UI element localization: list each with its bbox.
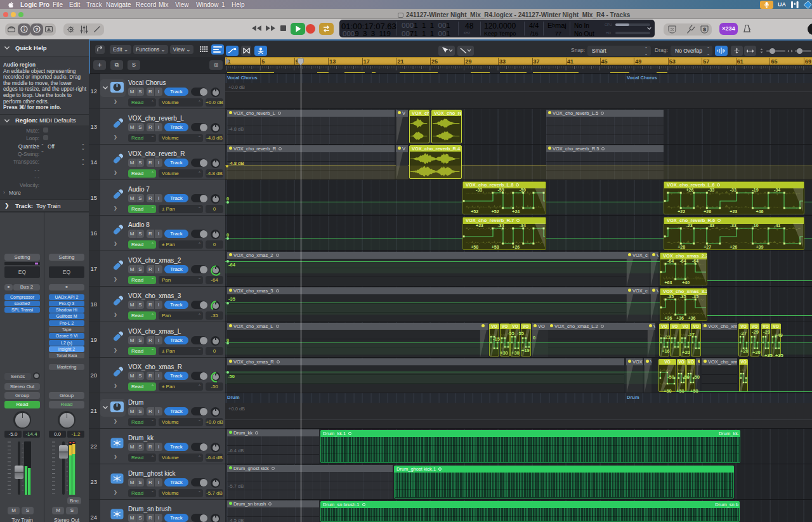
svg-text:+26: +26 bbox=[512, 245, 520, 249]
svg-text:-10: -10 bbox=[752, 223, 758, 228]
svg-text:-59: -59 bbox=[497, 188, 504, 192]
svg-text:-23: -23 bbox=[686, 223, 693, 228]
svg-text:-64: -64 bbox=[667, 259, 674, 263]
svg-text:-59: -59 bbox=[520, 188, 526, 192]
svg-text:-33: -33 bbox=[708, 223, 714, 228]
svg-text:-41: -41 bbox=[774, 223, 780, 228]
svg-text:+22: +22 bbox=[678, 209, 685, 214]
svg-text:+26: +26 bbox=[686, 188, 694, 192]
svg-text:+52: +52 bbox=[471, 209, 478, 214]
svg-text:+39: +39 bbox=[756, 245, 763, 249]
svg-text:+23: +23 bbox=[730, 209, 737, 214]
svg-text:i: i bbox=[23, 27, 25, 32]
svg-text:S: S bbox=[703, 27, 706, 32]
svg-text:-34: -34 bbox=[520, 223, 526, 228]
svg-text:+26: +26 bbox=[704, 209, 711, 214]
svg-text:-19: -19 bbox=[752, 188, 758, 192]
svg-text:-35: -35 bbox=[680, 294, 686, 299]
svg-text:+36: +36 bbox=[665, 316, 672, 320]
svg-text:-33: -33 bbox=[476, 188, 482, 192]
svg-text:-34: -34 bbox=[774, 188, 780, 192]
svg-text:-33: -33 bbox=[730, 223, 737, 228]
svg-text:+36: +36 bbox=[676, 316, 684, 320]
svg-text:+23: +23 bbox=[476, 223, 483, 228]
svg-text:-33: -33 bbox=[708, 188, 714, 192]
svg-text:+58: +58 bbox=[471, 245, 478, 249]
svg-text:+63: +63 bbox=[665, 280, 672, 285]
svg-text:+26: +26 bbox=[730, 245, 737, 249]
svg-text:+28: +28 bbox=[678, 245, 685, 249]
svg-text:-33: -33 bbox=[730, 188, 737, 192]
svg-text:+46: +46 bbox=[756, 209, 763, 214]
svg-text:+27: +27 bbox=[704, 245, 711, 249]
svg-text:+36: +36 bbox=[688, 316, 696, 320]
svg-text:+52: +52 bbox=[492, 209, 499, 214]
svg-text:-64: -64 bbox=[680, 259, 686, 263]
svg-text:+58: +58 bbox=[492, 245, 499, 249]
svg-text:-35: -35 bbox=[667, 294, 674, 299]
svg-text:+24: +24 bbox=[512, 209, 520, 214]
svg-text:?: ? bbox=[36, 27, 39, 32]
svg-text:-34: -34 bbox=[497, 223, 504, 228]
svg-text:+40: +40 bbox=[682, 280, 690, 285]
